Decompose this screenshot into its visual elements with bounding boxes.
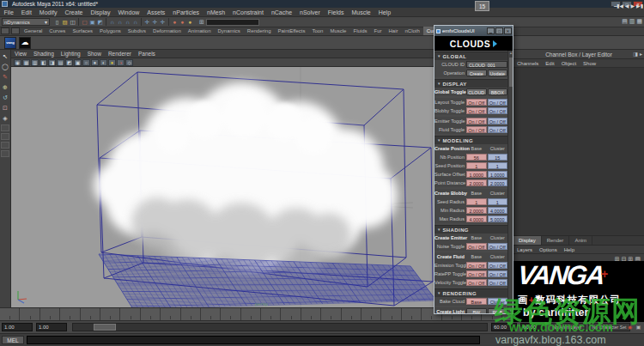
new-scene-icon[interactable]: ▯: [53, 18, 61, 27]
nb-position-56-field[interactable]: 56: [466, 154, 487, 161]
timeline-tick[interactable]: [141, 308, 161, 320]
timeline-tick[interactable]: [402, 308, 422, 320]
shelf-tab-curves[interactable]: Curves: [46, 27, 69, 35]
panel-scrollbar[interactable]: ▲ ▼: [507, 51, 513, 313]
film-gate-icon[interactable]: ▥: [31, 59, 39, 66]
layer-tab-display[interactable]: Display: [513, 236, 542, 245]
fluid-toggle-on-off-field[interactable]: On / Off: [488, 126, 508, 133]
select-object-icon[interactable]: ▣: [88, 18, 96, 27]
max-radius-5-0000-field[interactable]: 5.0000: [488, 215, 508, 222]
shaded-mode-icon[interactable]: ●: [91, 59, 99, 66]
section-header-display[interactable]: ▼DISPLAY: [434, 79, 507, 88]
menu-nparticles[interactable]: nParticles: [169, 9, 204, 15]
pin-panel-icon[interactable]: ◨: [633, 50, 638, 59]
emitter-toggle-on-off-field[interactable]: On / Off: [466, 118, 487, 124]
surface-offset-1-0000-field[interactable]: 1.0000: [466, 171, 487, 178]
timeline-tick[interactable]: [100, 308, 120, 320]
menu-display[interactable]: Display: [87, 9, 114, 15]
channel-box-menu-edit[interactable]: Edit: [542, 61, 557, 66]
menu-nsolver[interactable]: nSolver: [296, 9, 325, 15]
emitter-toggle-on-off-field[interactable]: On / Off: [488, 118, 508, 124]
go-to-start-icon[interactable]: ▮◀: [617, 2, 623, 10]
panel-minimize-button[interactable]: ▁: [487, 27, 495, 34]
section-header-modeling[interactable]: ▼MODELING: [434, 136, 507, 144]
menu-file[interactable]: File: [0, 9, 17, 15]
timeline-tick[interactable]: [301, 308, 321, 320]
velocity-toggle-on-off-field[interactable]: On / Off: [488, 279, 508, 286]
layout-preset-button[interactable]: [1, 124, 9, 131]
step-back-icon[interactable]: ◀: [625, 2, 629, 10]
timeline-tick[interactable]: [0, 308, 20, 320]
shelf-tab-dynamics[interactable]: Dynamics: [214, 27, 243, 35]
timeline-tick[interactable]: [161, 308, 180, 320]
shelf-tab-deformation[interactable]: Deformation: [149, 27, 185, 35]
shelf-tab-fluids[interactable]: Fluids: [349, 27, 370, 35]
shelf-tab-ncloth[interactable]: nCloth: [402, 27, 423, 35]
grid-toggle-icon[interactable]: ▦: [22, 59, 30, 66]
render-icon[interactable]: ●: [171, 18, 179, 27]
ratepp-toggle-on-off-field[interactable]: On / Off: [466, 270, 487, 277]
timeline-tick[interactable]: [60, 308, 80, 320]
timeline-tick[interactable]: [120, 308, 140, 320]
bake-cloud-base-field[interactable]: Base: [466, 298, 487, 305]
menu-nconstraint[interactable]: nConstraint: [229, 9, 268, 15]
output-connections-icon[interactable]: ✛: [151, 18, 159, 27]
timeline-tick[interactable]: [241, 308, 261, 320]
timeline-tick[interactable]: [40, 308, 60, 320]
timeline-tick[interactable]: [261, 308, 281, 320]
panel-close-button[interactable]: ✕: [504, 27, 512, 34]
render-settings-icon[interactable]: ●: [186, 18, 194, 27]
command-language-toggle[interactable]: MEL: [2, 336, 24, 344]
lasso-tool-icon[interactable]: ◯: [1, 62, 10, 71]
shelf-tab-surfaces[interactable]: Surfaces: [69, 27, 96, 35]
point-distance-2-0000-field[interactable]: 2.0000: [488, 179, 508, 186]
viewport-menu-renderer[interactable]: Renderer: [105, 51, 135, 57]
noise-toggle-on-off-field[interactable]: On / Off: [466, 243, 487, 250]
scroll-up-icon[interactable]: ▲: [508, 51, 513, 56]
create-light-bw-button[interactable]: BW: [466, 308, 487, 313]
shelf-tab-animation[interactable]: Animation: [185, 27, 215, 35]
collapse-panel-icon[interactable]: ▸: [640, 50, 642, 59]
current-frame-marker[interactable]: 15: [475, 1, 489, 11]
toggle-tool-settings-icon[interactable]: ▥: [629, 18, 635, 25]
quick-select-icon[interactable]: ⊞: [199, 19, 204, 26]
channel-box-menu-channels[interactable]: Channels: [513, 61, 542, 66]
menu-help[interactable]: Help: [374, 9, 394, 15]
rotate-tool-icon[interactable]: ↺: [1, 93, 10, 102]
shelf-tab-hair[interactable]: Hair: [385, 27, 401, 35]
timeline-tick[interactable]: [221, 308, 240, 320]
blobby-toggle-on-off-field[interactable]: On / Off: [488, 107, 508, 114]
select-component-icon[interactable]: ◩: [96, 18, 104, 27]
seed-radius-1-field[interactable]: 1: [488, 198, 508, 205]
blobby-toggle-on-off-field[interactable]: On / Off: [466, 107, 487, 114]
velocity-toggle-on-off-field[interactable]: On / Off: [466, 279, 487, 286]
noise-toggle-on-off-field[interactable]: On / Off: [488, 243, 508, 250]
gate-mask-icon[interactable]: ◨: [48, 59, 56, 66]
field-chart-icon[interactable]: ▤: [57, 59, 64, 66]
section-header-shading[interactable]: ▼SHADING: [434, 225, 507, 234]
snap-grid-icon[interactable]: ∩: [108, 18, 116, 27]
menu-set-dropdown[interactable]: nDynamics ▾: [2, 18, 50, 26]
max-radius-4-0000-field[interactable]: 4.0000: [466, 215, 487, 222]
layout-preset-button[interactable]: [1, 142, 9, 149]
snap-point-icon[interactable]: ∩: [124, 18, 131, 27]
layer-menu-layers[interactable]: Layers: [513, 247, 536, 252]
move-tool-icon[interactable]: ⊕: [1, 82, 10, 92]
global-toggle-cloud-button[interactable]: CLOUD: [466, 88, 487, 95]
scale-tool-icon[interactable]: ⊡: [1, 103, 10, 112]
quick-input-field[interactable]: [206, 19, 259, 26]
range-slider[interactable]: [72, 323, 488, 331]
shelf-tab-general[interactable]: General: [21, 27, 46, 35]
operation-update-button[interactable]: Update: [488, 70, 508, 76]
timeline-tick[interactable]: [381, 308, 401, 320]
clouds-window-titlebar[interactable]: emfxCloudsUI ▁ □ ✕: [434, 26, 513, 36]
panel-maximize-button[interactable]: □: [495, 27, 503, 34]
camera-attributes-icon[interactable]: ◉: [14, 59, 21, 66]
emission-toggle-on-off-field[interactable]: On / Off: [488, 262, 508, 269]
shadows-icon[interactable]: ◑: [117, 59, 125, 66]
shelf-item-cloud[interactable]: ☁: [19, 37, 31, 49]
viewport-menu-lighting[interactable]: Lighting: [58, 51, 84, 57]
toggle-attribute-editor-icon[interactable]: ▤: [622, 18, 628, 25]
shelf-tab-toon[interactable]: Toon: [308, 27, 326, 35]
layer-menu-options[interactable]: Options: [536, 247, 561, 252]
